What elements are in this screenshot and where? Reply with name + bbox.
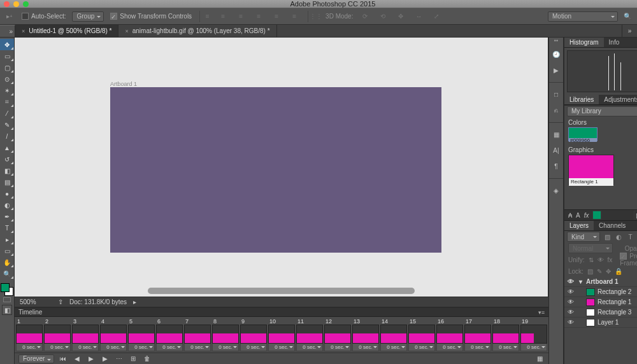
tab-adjustments[interactable]: Adjustments — [599, 95, 637, 104]
tab-overflow[interactable]: » — [622, 25, 637, 37]
visibility-icon[interactable]: 👁 — [567, 319, 575, 326]
timeline-frame[interactable]: 120 sec. — [324, 318, 351, 351]
loop-dropdown[interactable]: Forever — [18, 354, 54, 363]
lock-pixels-icon[interactable]: ✎ — [597, 268, 602, 275]
frame-delay-dropdown[interactable]: 0 sec. — [184, 344, 211, 351]
default-colors-icon[interactable] — [3, 297, 11, 302]
visibility-icon[interactable]: 👁 — [567, 288, 575, 296]
frame-delay-dropdown[interactable]: 0 sec. — [324, 344, 351, 351]
window-minimize-button[interactable] — [13, 1, 19, 7]
doc-info-arrow-icon[interactable]: ▸ — [133, 298, 136, 305]
frame-delay-dropdown[interactable]: 0 sec. — [436, 344, 463, 351]
marquee-tool[interactable]: ▢ — [0, 62, 14, 73]
tween-icon[interactable]: ⋯ — [114, 354, 124, 363]
filter-type-icon[interactable]: T — [626, 232, 634, 242]
move-tool[interactable]: ✥ — [0, 39, 14, 50]
brush-tool[interactable]: / — [0, 130, 14, 142]
filter-adjust-icon[interactable]: ◐ — [614, 232, 623, 242]
timeline-frame[interactable]: 150 sec. — [408, 318, 435, 351]
frame-delay-dropdown[interactable]: 0 sec. — [16, 344, 43, 351]
tab-histogram[interactable]: Histogram — [564, 38, 604, 47]
visibility-icon[interactable]: 👁 — [567, 278, 575, 286]
dodge-tool[interactable]: ◐ — [0, 199, 14, 211]
panel-menu-icon[interactable]: ▾≡ — [538, 309, 545, 316]
frame-delay-dropdown[interactable]: 0 sec. — [72, 344, 99, 351]
type-tool[interactable]: T — [0, 222, 14, 234]
library-color-swatch[interactable]: #009966 — [568, 127, 598, 141]
layer-style-icon[interactable]: fx — [584, 212, 589, 219]
healing-tool[interactable]: ✎ — [0, 119, 14, 130]
path-select-tool[interactable]: ▸ — [0, 234, 14, 245]
clone-tool[interactable]: ▲ — [0, 142, 14, 153]
library-selector-dropdown[interactable]: My Library — [567, 106, 637, 116]
frame-delay-dropdown[interactable]: 0 sec. — [380, 344, 407, 351]
filter-pixel-icon[interactable]: ▧ — [603, 232, 612, 242]
visibility-icon[interactable]: 👁 — [567, 309, 575, 316]
zoom-level[interactable]: 500% — [20, 298, 52, 305]
timeline-frame[interactable]: 130 sec. — [352, 318, 379, 351]
tab-libraries[interactable]: Libraries — [564, 95, 599, 104]
actions-panel-icon[interactable]: ▶ — [549, 62, 563, 78]
3d-orbit-icon[interactable]: ⟳ — [359, 11, 371, 22]
first-frame-icon[interactable]: ⏮ — [58, 354, 68, 363]
timeline-frame[interactable]: 90 sec. — [240, 318, 267, 351]
frame-delay-dropdown[interactable]: 0 sec. — [212, 344, 239, 351]
tab-channels[interactable]: Channels — [594, 221, 631, 230]
play-icon[interactable]: ▶ — [86, 354, 96, 363]
3d-pan-icon[interactable]: ✥ — [395, 11, 406, 22]
hand-tool[interactable]: ✋ — [0, 256, 14, 268]
history-panel-icon[interactable]: 🕘 — [549, 46, 563, 62]
swatches-panel-icon[interactable]: ▦ — [549, 127, 563, 143]
crop-tool[interactable]: ⌗ — [0, 96, 14, 108]
timeline-frame[interactable]: 180 sec. — [492, 318, 519, 351]
visibility-icon[interactable]: 👁 — [567, 298, 575, 306]
brush-panel-icon[interactable]: ⎌ — [549, 102, 563, 118]
timeline-frame[interactable]: 160 sec. — [436, 318, 463, 351]
frame-delay-dropdown[interactable]: 0 sec. — [128, 344, 155, 351]
frame-delay-dropdown[interactable]: 0 sec. — [296, 344, 323, 351]
frame-delay-dropdown[interactable]: 0 sec. — [352, 344, 379, 351]
quick-mask-icon[interactable]: ◧ — [2, 305, 12, 315]
layer-thumb[interactable] — [586, 288, 595, 296]
layer-row[interactable]: 👁Rectangle 2 — [564, 287, 637, 297]
color-swatches[interactable] — [1, 283, 13, 296]
timeline-frame[interactable]: 190 sec. — [520, 318, 547, 351]
auto-select-checkbox[interactable]: Auto-Select: — [22, 13, 66, 20]
frame-delay-dropdown[interactable]: 0 sec. — [156, 344, 183, 351]
frame-delay-dropdown[interactable]: 0 sec. — [44, 344, 71, 351]
next-frame-icon[interactable]: ▶ — [100, 354, 110, 363]
align-left-icon[interactable]: ≡ — [253, 11, 264, 22]
workspace-dropdown[interactable]: Motion — [548, 11, 618, 22]
eyedropper-tool[interactable]: ⁄ — [0, 108, 14, 119]
distribute-icon[interactable]: ⋮⋮ — [308, 11, 319, 22]
gradient-tool[interactable]: ▤ — [0, 176, 14, 188]
add-graphic-icon[interactable]: ▧ — [634, 211, 637, 220]
new-frame-icon[interactable]: ⊞ — [128, 354, 138, 363]
timeline-frame[interactable]: 40 sec. — [100, 318, 127, 351]
frame-delay-dropdown[interactable]: 0 sec. — [492, 344, 519, 351]
window-zoom-button[interactable] — [23, 1, 29, 7]
char-style-icon[interactable]: ₳ — [568, 212, 572, 219]
library-graphic-item[interactable]: Rectangle 1 — [568, 155, 614, 185]
frame-delay-dropdown[interactable]: 0 sec. — [268, 344, 295, 351]
horizontal-scrollbar[interactable] — [148, 288, 415, 294]
align-hcenter-icon[interactable]: ≡ — [271, 11, 282, 22]
convert-timeline-icon[interactable]: ▦ — [534, 354, 545, 363]
delete-frame-icon[interactable]: 🗑 — [142, 354, 152, 363]
timeline-frame[interactable]: 20 sec. — [44, 318, 71, 351]
timeline-frame[interactable]: 70 sec. — [184, 318, 211, 351]
timeline-frame[interactable]: 60 sec. — [156, 318, 183, 351]
frame-delay-dropdown[interactable]: 0 sec. — [464, 344, 491, 351]
rectangle-tool[interactable]: ▭ — [0, 245, 14, 256]
align-bottom-icon[interactable]: ≡ — [235, 11, 247, 22]
blur-tool[interactable]: ● — [0, 188, 14, 199]
layer-row[interactable]: 👁Rectangle 3 — [564, 307, 637, 318]
prev-frame-icon[interactable]: ◀ — [72, 354, 82, 363]
tab-layers[interactable]: Layers — [564, 221, 594, 230]
add-color-icon[interactable] — [592, 211, 601, 220]
lock-transparent-icon[interactable]: ▨ — [587, 268, 593, 275]
3d-slide-icon[interactable]: ↔ — [413, 11, 424, 22]
artboard-row[interactable]: 👁 ▾ Artboard 1 — [564, 277, 637, 287]
strip-handle[interactable]: •• — [550, 39, 562, 43]
layer-thumb[interactable] — [586, 298, 595, 306]
